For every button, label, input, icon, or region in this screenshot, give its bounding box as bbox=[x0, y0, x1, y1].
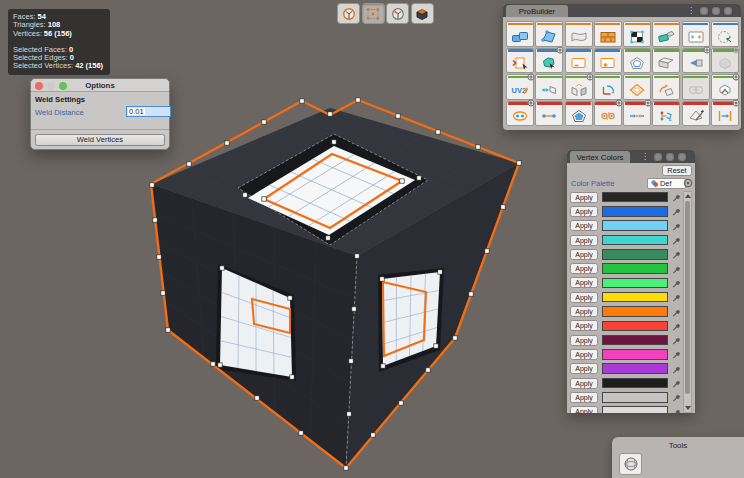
scrollbar-thumb[interactable] bbox=[685, 201, 690, 394]
pb-button-merge-objects[interactable] bbox=[682, 74, 710, 100]
weld-vertices-button[interactable]: Weld Vertices bbox=[35, 134, 165, 147]
color-swatch[interactable] bbox=[602, 363, 668, 374]
probuilder-tab[interactable]: ProBuilder bbox=[506, 5, 568, 17]
pb-button-probuilderize[interactable] bbox=[682, 48, 710, 74]
eyedropper-icon[interactable] bbox=[671, 363, 682, 375]
color-swatch[interactable] bbox=[602, 263, 668, 274]
eyedropper-icon[interactable] bbox=[671, 334, 682, 346]
pb-button-uv-editor[interactable] bbox=[594, 21, 622, 47]
color-swatch[interactable] bbox=[602, 335, 668, 346]
apply-button[interactable]: Apply bbox=[570, 406, 598, 413]
apply-button[interactable]: Apply bbox=[570, 392, 598, 403]
eyedropper-icon[interactable] bbox=[671, 205, 682, 217]
pb-button-offset-elements[interactable] bbox=[711, 101, 739, 127]
object-mode-button[interactable] bbox=[337, 3, 360, 24]
scroll-up-icon[interactable] bbox=[684, 192, 691, 200]
eyedropper-icon[interactable] bbox=[671, 306, 682, 318]
apply-button[interactable]: Apply bbox=[570, 378, 598, 389]
pb-button-export[interactable] bbox=[711, 48, 739, 74]
eyedropper-icon[interactable] bbox=[671, 291, 682, 303]
pb-button-weld-vertices[interactable] bbox=[623, 101, 651, 127]
weld-distance-input[interactable]: 0.01 bbox=[126, 106, 171, 117]
apply-button[interactable]: Apply bbox=[570, 320, 598, 331]
window-circle-icon[interactable] bbox=[712, 7, 720, 15]
apply-button[interactable]: Apply bbox=[570, 349, 598, 360]
color-swatch[interactable] bbox=[602, 392, 668, 403]
window-circle-icon[interactable] bbox=[700, 7, 708, 15]
vertex-colors-panel[interactable]: Vertex Colors ⋮ Reset Color Palette Def … bbox=[567, 150, 695, 413]
vertex-colors-tab[interactable]: Vertex Colors bbox=[570, 151, 630, 163]
pb-button-triangulate-object[interactable] bbox=[652, 48, 680, 74]
apply-button[interactable]: Apply bbox=[570, 277, 598, 288]
scene-viewport[interactable]: Faces: 54Triangles: 108Vertices: 56 (156… bbox=[0, 0, 744, 478]
apply-button[interactable]: Apply bbox=[570, 306, 598, 317]
color-swatch[interactable] bbox=[602, 206, 668, 217]
apply-button[interactable]: Apply bbox=[570, 206, 598, 217]
pb-button-select-by-material[interactable] bbox=[535, 48, 563, 74]
apply-button[interactable]: Apply bbox=[570, 292, 598, 303]
eyedropper-icon[interactable] bbox=[671, 377, 682, 389]
color-swatch[interactable] bbox=[602, 192, 668, 203]
color-swatch[interactable] bbox=[602, 235, 668, 246]
color-swatch[interactable] bbox=[602, 321, 668, 332]
pb-button-subdivide-object[interactable] bbox=[623, 74, 651, 100]
color-swatch[interactable] bbox=[602, 306, 668, 317]
reset-button[interactable]: Reset bbox=[662, 165, 692, 176]
tools-panel[interactable]: Tools bbox=[612, 437, 744, 478]
probuilder-panel[interactable]: ProBuilder ⋮ UV2 bbox=[503, 4, 741, 130]
pb-button-mirror-objects[interactable] bbox=[565, 74, 593, 100]
pb-button-new-shape[interactable] bbox=[506, 21, 534, 47]
apply-button[interactable]: Apply bbox=[570, 249, 598, 260]
eyedropper-icon[interactable] bbox=[671, 391, 682, 403]
color-swatch[interactable] bbox=[602, 220, 668, 231]
panel-menu-icon[interactable]: ⋮ bbox=[641, 152, 649, 161]
object-picker-icon[interactable] bbox=[683, 178, 693, 188]
eyedropper-icon[interactable] bbox=[671, 248, 682, 260]
pb-button-select-hole[interactable] bbox=[506, 48, 534, 74]
eyedropper-icon[interactable] bbox=[671, 191, 682, 203]
window-circle-icon[interactable] bbox=[724, 7, 732, 15]
color-swatch[interactable] bbox=[602, 292, 668, 303]
pb-button-connect-vertices[interactable] bbox=[535, 101, 563, 127]
color-swatch[interactable] bbox=[602, 249, 668, 260]
vertex-mode-button[interactable] bbox=[362, 3, 385, 24]
pb-button-freeze-transform[interactable] bbox=[594, 74, 622, 100]
apply-button[interactable]: Apply bbox=[570, 363, 598, 374]
pb-button-split-vertices[interactable] bbox=[594, 101, 622, 127]
edge-mode-button[interactable] bbox=[386, 3, 409, 24]
apply-button[interactable]: Apply bbox=[570, 235, 598, 246]
pb-button-double-sided[interactable] bbox=[535, 74, 563, 100]
pb-button-flip-normals[interactable] bbox=[623, 48, 651, 74]
pb-button-fill-hole[interactable] bbox=[565, 101, 593, 127]
pb-button-generate-uv2[interactable]: UV2 bbox=[506, 74, 534, 100]
color-swatch[interactable] bbox=[602, 378, 668, 389]
scroll-down-icon[interactable] bbox=[684, 404, 691, 412]
pb-button-collapse-vertices[interactable] bbox=[506, 101, 534, 127]
apply-button[interactable]: Apply bbox=[570, 192, 598, 203]
eyedropper-icon[interactable] bbox=[671, 263, 682, 275]
pb-button-shrink-selection[interactable] bbox=[565, 48, 593, 74]
pb-button-center-pivot[interactable] bbox=[711, 74, 739, 100]
eyedropper-icon[interactable] bbox=[671, 348, 682, 360]
color-swatch[interactable] bbox=[602, 278, 668, 289]
palette-asset-field[interactable]: Def bbox=[647, 178, 686, 189]
options-titlebar[interactable]: Options bbox=[31, 79, 169, 92]
window-circle-icon[interactable] bbox=[666, 153, 674, 161]
pb-button-material-editor[interactable] bbox=[565, 21, 593, 47]
face-mode-button[interactable] bbox=[411, 3, 434, 24]
apply-button[interactable]: Apply bbox=[570, 220, 598, 231]
apply-button[interactable]: Apply bbox=[570, 263, 598, 274]
eyedropper-icon[interactable] bbox=[671, 320, 682, 332]
probuilder-tool-button[interactable] bbox=[619, 453, 642, 475]
eyedropper-icon[interactable] bbox=[671, 234, 682, 246]
eyedropper-icon[interactable] bbox=[671, 220, 682, 232]
panel-menu-icon[interactable]: ⋮ bbox=[687, 6, 695, 15]
apply-button[interactable]: Apply bbox=[570, 335, 598, 346]
options-window[interactable]: Options Weld Settings Weld Distance 0.01… bbox=[30, 78, 170, 150]
pb-button-selection-rect[interactable] bbox=[682, 21, 710, 47]
pb-button-select-hidden[interactable] bbox=[711, 21, 739, 47]
window-circle-icon[interactable] bbox=[678, 153, 686, 161]
pb-button-bevel-edges[interactable] bbox=[682, 101, 710, 127]
eyedropper-icon[interactable] bbox=[671, 277, 682, 289]
pb-button-grow-selection[interactable] bbox=[594, 48, 622, 74]
